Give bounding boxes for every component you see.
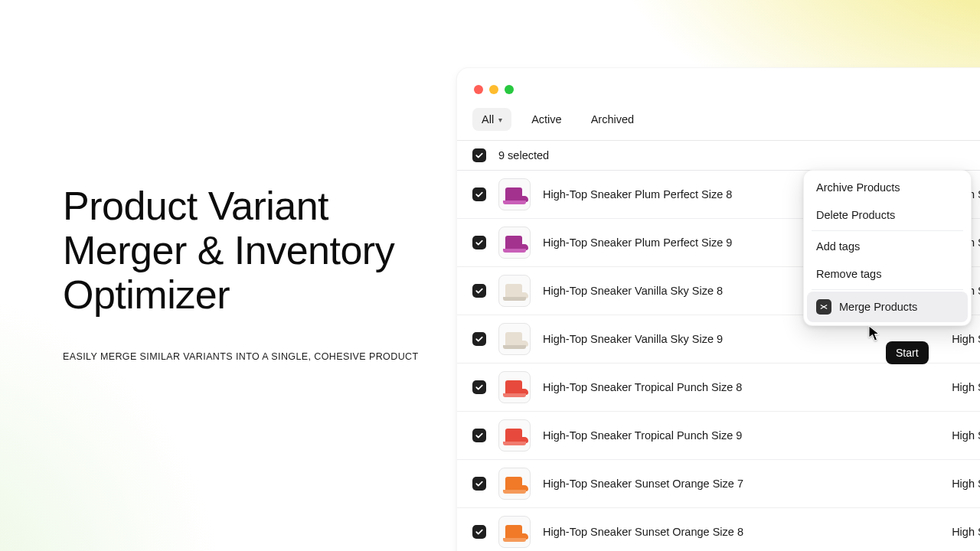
window-traffic-lights bbox=[457, 68, 980, 102]
product-thumbnail bbox=[498, 275, 531, 307]
merge-icon bbox=[816, 299, 831, 315]
page-title: Product Variant Merger & Inventory Optim… bbox=[63, 184, 430, 318]
sneaker-icon bbox=[503, 281, 526, 301]
page-subtitle: EASILY MERGE SIMILAR VARIANTS INTO A SIN… bbox=[63, 351, 430, 362]
check-icon bbox=[475, 190, 484, 199]
tab-all[interactable]: All ▾ bbox=[472, 108, 511, 131]
product-type: High Sneaker bbox=[952, 381, 980, 393]
menu-archive-products[interactable]: Archive Products bbox=[807, 174, 968, 201]
menu-separator bbox=[812, 289, 963, 290]
sneaker-icon bbox=[503, 184, 526, 204]
minimize-window-button[interactable] bbox=[489, 85, 498, 94]
row-checkbox[interactable] bbox=[472, 187, 486, 201]
product-thumbnail bbox=[498, 468, 531, 500]
check-icon bbox=[475, 431, 484, 440]
select-all-checkbox[interactable] bbox=[472, 148, 486, 162]
table-row[interactable]: High-Top Sneaker Tropical Punch Size 9Hi… bbox=[457, 412, 980, 460]
filter-tabs: All ▾ Active Archived bbox=[457, 102, 980, 141]
row-checkbox[interactable] bbox=[472, 236, 486, 249]
tab-archived-label: Archived bbox=[591, 113, 634, 126]
product-thumbnail bbox=[498, 178, 531, 210]
table-row[interactable]: High-Top Sneaker Tropical Punch Size 8Hi… bbox=[457, 364, 980, 412]
menu-delete-products[interactable]: Delete Products bbox=[807, 201, 968, 229]
sneaker-icon bbox=[503, 329, 526, 349]
selection-header: 9 selected bbox=[457, 141, 980, 171]
tab-active[interactable]: Active bbox=[522, 108, 571, 131]
product-type: High Sneaker bbox=[952, 478, 980, 490]
row-checkbox[interactable] bbox=[472, 525, 486, 539]
product-name: High-Top Sneaker Sunset Orange Size 8 bbox=[543, 526, 939, 538]
sneaker-icon bbox=[503, 522, 526, 542]
menu-item-label: Remove tags bbox=[816, 268, 881, 280]
tab-archived[interactable]: Archived bbox=[582, 108, 643, 131]
start-tooltip: Start bbox=[886, 341, 929, 364]
check-icon bbox=[475, 286, 484, 295]
table-row[interactable]: High-Top Sneaker Sunset Orange Size 7Hig… bbox=[457, 460, 980, 508]
product-thumbnail bbox=[498, 419, 531, 452]
product-name: High-Top Sneaker Tropical Punch Size 9 bbox=[543, 429, 939, 442]
row-checkbox[interactable] bbox=[472, 429, 486, 442]
row-checkbox[interactable] bbox=[472, 284, 486, 298]
check-icon bbox=[475, 383, 484, 392]
product-type: High Sneaker bbox=[952, 526, 980, 538]
check-icon bbox=[475, 151, 484, 160]
tooltip-label: Start bbox=[896, 347, 919, 359]
product-thumbnail bbox=[498, 227, 531, 259]
menu-add-tags[interactable]: Add tags bbox=[807, 233, 968, 260]
row-checkbox[interactable] bbox=[472, 477, 486, 491]
tab-all-label: All bbox=[482, 113, 494, 126]
check-icon bbox=[475, 238, 484, 247]
row-checkbox[interactable] bbox=[472, 332, 486, 346]
product-type: High Sneaker bbox=[952, 333, 980, 345]
maximize-window-button[interactable] bbox=[505, 85, 514, 94]
product-name: High-Top Sneaker Tropical Punch Size 8 bbox=[543, 381, 939, 393]
chevron-down-icon: ▾ bbox=[498, 116, 502, 124]
menu-item-label: Merge Products bbox=[839, 301, 917, 313]
hero-text: Product Variant Merger & Inventory Optim… bbox=[63, 184, 430, 362]
menu-item-label: Archive Products bbox=[816, 181, 900, 194]
selection-count: 9 selected bbox=[498, 149, 549, 161]
menu-merge-products[interactable]: Merge Products bbox=[807, 292, 968, 322]
sneaker-icon bbox=[503, 425, 526, 445]
sneaker-icon bbox=[503, 233, 526, 253]
bulk-actions-menu: Archive Products Delete Products Add tag… bbox=[803, 170, 972, 326]
menu-item-label: Add tags bbox=[816, 240, 860, 253]
product-thumbnail bbox=[498, 323, 531, 355]
check-icon bbox=[475, 479, 484, 488]
product-thumbnail bbox=[498, 516, 531, 548]
product-type: High Sneaker bbox=[952, 429, 980, 442]
product-name: High-Top Sneaker Sunset Orange Size 7 bbox=[543, 478, 939, 490]
close-window-button[interactable] bbox=[474, 85, 483, 94]
product-thumbnail bbox=[498, 371, 531, 403]
sneaker-icon bbox=[503, 377, 526, 397]
check-icon bbox=[475, 527, 484, 536]
row-checkbox[interactable] bbox=[472, 380, 486, 394]
menu-item-label: Delete Products bbox=[816, 209, 895, 221]
menu-separator bbox=[812, 230, 963, 231]
tab-active-label: Active bbox=[531, 113, 562, 126]
cursor-icon bbox=[868, 325, 882, 345]
check-icon bbox=[475, 334, 484, 344]
menu-remove-tags[interactable]: Remove tags bbox=[807, 260, 968, 288]
table-row[interactable]: High-Top Sneaker Sunset Orange Size 8Hig… bbox=[457, 508, 980, 551]
sneaker-icon bbox=[503, 474, 526, 494]
